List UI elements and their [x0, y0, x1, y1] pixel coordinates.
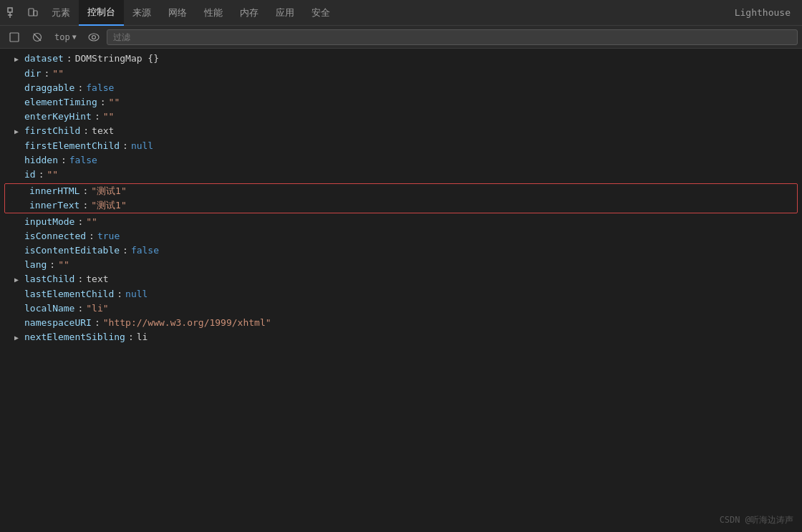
tab-elements[interactable]: 元素 [43, 0, 79, 26]
svg-rect-4 [34, 11, 37, 16]
prop-value: null [131, 140, 153, 153]
expand-arrow-icon[interactable] [14, 125, 23, 138]
prop-lang: lang : "" [0, 258, 802, 272]
prop-elementtiming: elementTiming : "" [0, 95, 802, 110]
prop-value: "li" [86, 302, 108, 315]
context-label: top [54, 32, 70, 42]
tab-lighthouse[interactable]: Lighthouse [726, 0, 799, 26]
prop-inputmode: inputMode : "" [0, 215, 802, 229]
prop-key: draggable [24, 82, 74, 95]
prop-value: false [86, 82, 114, 95]
prop-value: "" [103, 110, 115, 123]
prop-value: "测试1" [91, 199, 126, 212]
device-toggle-icon[interactable] [23, 3, 43, 23]
prop-key: localName [24, 302, 74, 315]
svg-point-8 [89, 34, 99, 41]
prop-enterkeyhint: enterKeyHint : "" [0, 110, 802, 124]
prop-isconnected: isConnected : true [0, 229, 802, 243]
prop-namespaceuri: namespaceURI : "http://www.w3.org/1999/x… [0, 316, 802, 330]
filter-input[interactable] [107, 29, 798, 45]
prop-firstchild[interactable]: firstChild : text [0, 124, 802, 139]
prop-key: enterKeyHint [24, 110, 92, 123]
prop-key: innerText [29, 199, 79, 212]
console-toolbar: top ▼ [0, 26, 802, 49]
context-selector[interactable]: top ▼ [50, 31, 81, 44]
tab-memory[interactable]: 内存 [231, 0, 267, 26]
prop-id: id : "" [0, 168, 802, 182]
prop-key: firstElementChild [24, 140, 120, 153]
prop-dataset[interactable]: dataset : DOMStringMap {} [0, 52, 802, 67]
prop-lastelementchild: lastElementChild : null [0, 287, 802, 301]
prop-value: false [69, 154, 97, 167]
highlighted-group: innerHTML : "测试1" innerText : "测试1" [4, 183, 798, 213]
prop-value: text [92, 125, 114, 137]
prop-firstelementchild: firstElementChild : null [0, 139, 802, 153]
prop-iscontenteditable: isContentEditable : false [0, 243, 802, 258]
prop-key: innerHTML [29, 185, 79, 198]
prop-key: hidden [24, 154, 58, 167]
prop-key: inputMode [24, 216, 74, 228]
prop-innerhtml: innerHTML : "测试1" [5, 184, 797, 198]
stop-recording-icon[interactable] [27, 27, 47, 47]
prop-key: id [24, 168, 36, 181]
prop-key: lang [24, 258, 47, 271]
svg-rect-5 [10, 33, 19, 42]
tab-sources[interactable]: 来源 [124, 0, 160, 26]
prop-hidden: hidden : false [0, 153, 802, 168]
dropdown-arrow-icon: ▼ [72, 33, 77, 41]
tab-performance[interactable]: 性能 [195, 0, 231, 26]
prop-value: text [86, 273, 108, 286]
prop-value: "" [86, 216, 97, 228]
prop-key: dir [24, 67, 41, 80]
prop-value: true [97, 230, 120, 243]
svg-rect-0 [8, 8, 12, 12]
prop-nextelementsibling[interactable]: nextElementSibling : li [0, 330, 802, 345]
prop-innertext: innerText : "测试1" [5, 198, 797, 213]
prop-value: false [131, 244, 159, 257]
expand-arrow-icon[interactable] [14, 53, 23, 66]
tab-console[interactable]: 控制台 [79, 0, 124, 26]
prop-value: DOMStringMap {} [75, 52, 159, 65]
prop-key: isConnected [24, 230, 86, 243]
inspect-element-icon[interactable] [3, 3, 23, 23]
watermark: CSDN @听海边涛声 [720, 514, 793, 526]
prop-key: elementTiming [24, 96, 97, 109]
prop-key: dataset [24, 52, 64, 65]
prop-key: namespaceURI [24, 316, 92, 329]
prop-key: isContentEditable [24, 244, 120, 257]
prop-value: "" [52, 67, 64, 80]
prop-value: "" [109, 96, 120, 109]
expand-arrow-icon[interactable] [14, 332, 23, 344]
prop-value: null [125, 288, 148, 301]
prop-key: lastChild [24, 273, 74, 286]
prop-key: lastElementChild [24, 288, 114, 301]
prop-dir: dir : "" [0, 67, 802, 81]
prop-value: "http://www.w3.org/1999/xhtml" [103, 316, 271, 329]
prop-value: "" [47, 168, 58, 181]
prop-key: nextElementSibling [24, 331, 125, 344]
prop-draggable: draggable : false [0, 81, 802, 95]
clear-console-icon[interactable] [4, 27, 24, 47]
prop-value: "" [58, 258, 69, 271]
expand-arrow-icon[interactable] [14, 274, 23, 286]
svg-rect-3 [29, 9, 34, 16]
prop-value: "测试1" [91, 185, 126, 198]
tab-application[interactable]: 应用 [267, 0, 303, 26]
tab-network[interactable]: 网络 [160, 0, 195, 26]
prop-key: firstChild [24, 125, 80, 137]
prop-value: li [137, 331, 148, 344]
tab-security[interactable]: 安全 [303, 0, 339, 26]
svg-point-9 [92, 35, 95, 39]
prop-lastchild[interactable]: lastChild : text [0, 272, 802, 287]
prop-localname: localName : "li" [0, 301, 802, 316]
devtools-tab-bar: 元素 控制台 来源 网络 性能 内存 应用 安全 Lighthouse [0, 0, 802, 26]
eye-icon[interactable] [84, 27, 104, 47]
console-content: dataset : DOMStringMap {} dir : "" dragg… [0, 49, 802, 532]
